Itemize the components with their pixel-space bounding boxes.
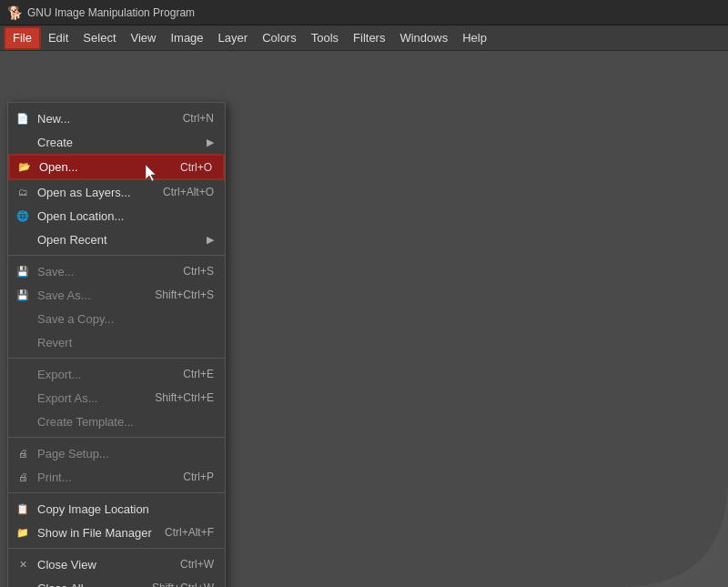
- title-bar: 🐕 GNU Image Manipulation Program: [0, 0, 728, 25]
- menu-colors[interactable]: Colors: [255, 26, 304, 50]
- close-view-icon: ✕: [15, 557, 30, 572]
- separator-5: [8, 548, 225, 549]
- page-setup-icon: 🖨: [15, 446, 30, 460]
- menu-help[interactable]: Help: [455, 26, 494, 50]
- menu-close-view[interactable]: ✕ Close View Ctrl+W: [8, 552, 225, 576]
- create-submenu-arrow: ▶: [207, 137, 214, 148]
- menu-create-template[interactable]: Create Template...: [8, 410, 225, 433]
- copy-location-icon: 📋: [15, 501, 30, 516]
- menu-image[interactable]: Image: [163, 26, 210, 50]
- open-layers-icon: 🗂: [15, 185, 30, 199]
- app-icon: 🐕: [7, 5, 22, 20]
- menu-tools[interactable]: Tools: [304, 26, 346, 50]
- menu-open[interactable]: 📂 Open... Ctrl+O: [8, 154, 225, 180]
- file-manager-icon: 📁: [15, 525, 30, 540]
- menu-print[interactable]: 🖨 Print... Ctrl+P: [8, 465, 225, 489]
- separator-1: [8, 255, 225, 256]
- menu-close-all[interactable]: Close All Shift+Ctrl+W: [8, 576, 225, 587]
- menu-save[interactable]: 💾 Save... Ctrl+S: [8, 259, 225, 283]
- menu-page-setup[interactable]: 🖨 Page Setup...: [8, 441, 225, 465]
- separator-4: [8, 492, 225, 493]
- save-as-icon: 💾: [15, 288, 30, 302]
- file-dropdown-menu: 📄 New... Ctrl+N Create ▶ 📂 Open... Ctrl+…: [7, 102, 226, 587]
- menu-export[interactable]: Export... Ctrl+E: [8, 362, 225, 386]
- menu-windows[interactable]: Windows: [392, 26, 455, 50]
- menu-show-manager[interactable]: 📁 Show in File Manager Ctrl+Alt+F: [8, 521, 225, 544]
- open-icon: 📂: [17, 160, 32, 175]
- open-recent-arrow: ▶: [207, 234, 214, 246]
- print-icon: 🖨: [15, 470, 30, 484]
- menu-layer[interactable]: Layer: [211, 26, 256, 50]
- separator-3: [8, 437, 225, 438]
- menu-edit[interactable]: Edit: [41, 26, 76, 50]
- menu-bar: File Edit Select View Image Layer Colors…: [0, 25, 728, 51]
- menu-open-recent[interactable]: Open Recent ▶: [8, 228, 225, 251]
- new-icon: 📄: [15, 111, 30, 126]
- menu-create[interactable]: Create ▶: [8, 130, 225, 154]
- save-icon: 💾: [15, 264, 30, 278]
- open-location-icon: 🌐: [15, 208, 30, 223]
- main-canvas-area: 📄 New... Ctrl+N Create ▶ 📂 Open... Ctrl+…: [0, 51, 728, 587]
- title-bar-text: GNU Image Manipulation Program: [27, 6, 195, 19]
- menu-view[interactable]: View: [124, 26, 164, 50]
- menu-select[interactable]: Select: [76, 26, 123, 50]
- menu-save-copy[interactable]: Save a Copy...: [8, 307, 225, 330]
- menu-open-layers[interactable]: 🗂 Open as Layers... Ctrl+Alt+O: [8, 180, 225, 204]
- menu-file[interactable]: File: [4, 26, 41, 50]
- menu-save-as[interactable]: 💾 Save As... Shift+Ctrl+S: [8, 283, 225, 307]
- menu-open-location[interactable]: 🌐 Open Location...: [8, 204, 225, 228]
- menu-revert[interactable]: Revert: [8, 330, 225, 354]
- menu-copy-location[interactable]: 📋 Copy Image Location: [8, 497, 225, 521]
- menu-export-as[interactable]: Export As... Shift+Ctrl+E: [8, 386, 225, 410]
- separator-2: [8, 358, 225, 359]
- menu-filters[interactable]: Filters: [346, 26, 392, 50]
- decorative-shape: [619, 478, 728, 587]
- menu-new[interactable]: 📄 New... Ctrl+N: [8, 106, 225, 130]
